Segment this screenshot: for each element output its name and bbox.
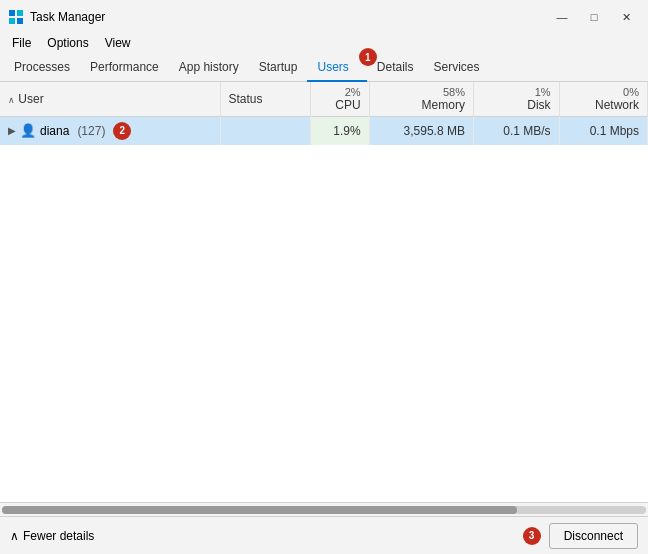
svg-rect-3 xyxy=(17,18,23,24)
tab-app-history[interactable]: App history xyxy=(169,54,249,82)
app-icon xyxy=(8,9,24,25)
svg-rect-1 xyxy=(17,10,23,16)
tab-bar: Processes Performance App history Startu… xyxy=(0,54,648,82)
col-header-cpu[interactable]: 2% CPU xyxy=(310,82,369,117)
user-process-count: (127) xyxy=(77,124,105,138)
col-header-user[interactable]: ∧ User xyxy=(0,82,220,117)
users-table: ∧ User Status 2% CPU 58% xyxy=(0,82,648,145)
maximize-button[interactable]: □ xyxy=(580,7,608,27)
disconnect-button[interactable]: Disconnect xyxy=(549,523,638,549)
col-header-network[interactable]: 0% Network xyxy=(559,82,647,117)
menu-options[interactable]: Options xyxy=(39,34,96,52)
user-icon: 👤 xyxy=(20,123,36,138)
user-network: 0.1 Mbps xyxy=(559,117,647,145)
footer-badge-3: 3 xyxy=(523,527,541,545)
collapse-icon: ∧ xyxy=(10,529,19,543)
fewer-details-button[interactable]: ∧ Fewer details xyxy=(10,529,94,543)
col-header-memory[interactable]: 58% Memory xyxy=(369,82,473,117)
svg-rect-2 xyxy=(9,18,15,24)
row-badge-2: 2 xyxy=(113,122,131,140)
minimize-button[interactable]: — xyxy=(548,7,576,27)
menu-bar: File Options View xyxy=(0,32,648,54)
tab-processes[interactable]: Processes xyxy=(4,54,80,82)
menu-file[interactable]: File xyxy=(4,34,39,52)
user-cpu: 1.9% xyxy=(310,117,369,145)
user-cell: ▶ 👤 diana (127) 2 xyxy=(0,117,220,145)
tab-performance[interactable]: Performance xyxy=(80,54,169,82)
user-disk: 0.1 MB/s xyxy=(473,117,559,145)
col-header-status[interactable]: Status xyxy=(220,82,310,117)
users-tab-badge: 1 xyxy=(359,48,377,66)
user-memory: 3,595.8 MB xyxy=(369,117,473,145)
expand-arrow-icon[interactable]: ▶ xyxy=(8,125,16,136)
title-bar: Task Manager — □ ✕ xyxy=(0,0,648,32)
main-content: ∧ User Status 2% CPU 58% xyxy=(0,82,648,516)
user-status xyxy=(220,117,310,145)
scrollbar-thumb[interactable] xyxy=(2,506,517,514)
close-button[interactable]: ✕ xyxy=(612,7,640,27)
user-name: diana xyxy=(40,124,69,138)
scrollbar-track[interactable] xyxy=(2,506,646,514)
window-title: Task Manager xyxy=(30,10,105,24)
fewer-details-label: Fewer details xyxy=(23,529,94,543)
table-row[interactable]: ▶ 👤 diana (127) 2 1.9% 3,595.8 MB 0.1 MB… xyxy=(0,117,648,145)
col-header-disk[interactable]: 1% Disk xyxy=(473,82,559,117)
tab-users[interactable]: Users 1 xyxy=(307,54,366,82)
horizontal-scrollbar[interactable] xyxy=(0,502,648,516)
svg-rect-0 xyxy=(9,10,15,16)
tab-services[interactable]: Services xyxy=(424,54,490,82)
footer: ∧ Fewer details 3 Disconnect xyxy=(0,516,648,554)
tab-startup[interactable]: Startup xyxy=(249,54,308,82)
menu-view[interactable]: View xyxy=(97,34,139,52)
users-table-container[interactable]: ∧ User Status 2% CPU 58% xyxy=(0,82,648,502)
window-controls: — □ ✕ xyxy=(548,7,640,27)
